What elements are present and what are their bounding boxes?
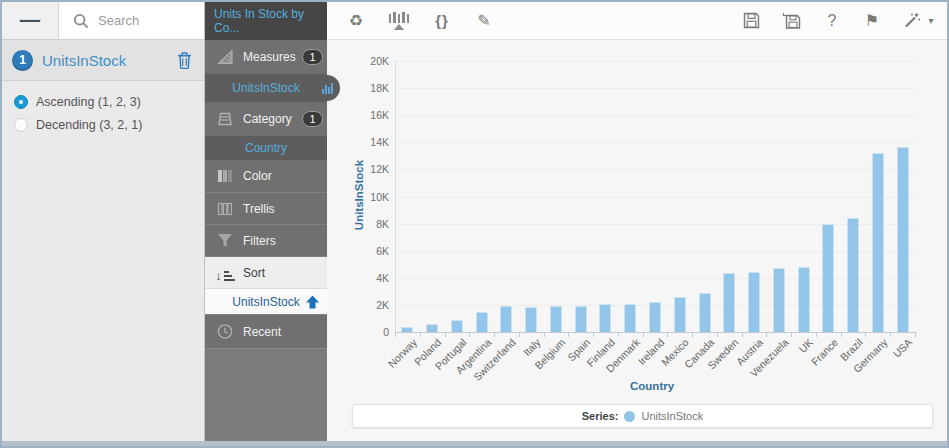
radio-ascending[interactable]: Ascending (1, 2, 3) [14,95,204,109]
bar-venezuela[interactable] [773,268,785,332]
x-tick-mark [643,332,644,337]
bar-usa[interactable] [897,147,909,332]
category-country[interactable]: Country [205,136,327,160]
bar-norway[interactable] [401,327,413,332]
save-as-icon[interactable] [782,12,801,29]
category-count-badge: 1 [302,111,323,127]
measures-section[interactable]: Measures 1 [205,40,327,74]
x-tick-mark [420,332,421,337]
category-stack-icon [217,111,233,127]
x-tick-mark [890,332,891,337]
recent-section[interactable]: Recent [205,314,327,348]
search-icon [73,13,89,29]
bar-france[interactable] [822,224,834,332]
chart-title-bar[interactable]: Units In Stock by Co... [205,2,327,40]
y-tick-label: 2K [327,299,389,311]
measures-label: Measures [243,50,296,64]
x-tick-mark [816,332,817,337]
search-box[interactable] [59,2,204,39]
formula-braces-icon[interactable]: {} [433,12,451,29]
bar-chart-type-icon[interactable] [314,75,340,101]
sort-direction-group: Ascending (1, 2, 3) Decending (3, 2, 1) [2,81,204,132]
bar-poland[interactable] [426,324,438,332]
search-input[interactable] [98,13,198,28]
hamburger-menu-button[interactable] [2,2,59,39]
color-section[interactable]: Color [205,160,327,192]
ranking-icon[interactable] [389,12,409,30]
bar-switzerland[interactable] [500,306,512,332]
x-tick-mark [915,332,916,337]
bar-argentina[interactable] [476,312,488,332]
bar-uk[interactable] [798,267,810,332]
bar-mexico[interactable] [674,297,686,332]
edit-pencil-icon[interactable]: ✎ [475,11,493,30]
x-tick-mark [766,332,767,337]
x-tick-mark [519,332,520,337]
sort-section[interactable]: ↓ Sort [205,256,327,288]
y-tick-label: 12K [327,163,389,175]
x-tick-mark [568,332,569,337]
sort-value-unitsinstock[interactable]: UnitsInStock [205,288,327,314]
bar-finland[interactable] [599,304,611,332]
bar-belgium[interactable] [550,306,562,332]
toolbar-left-group: ♻ {} ✎ [347,11,493,30]
bottom-scroll-strip[interactable] [2,441,947,446]
ascending-arrow-icon[interactable] [305,294,320,309]
sort-order-badge: 1 [12,50,33,71]
x-tick-mark [544,332,545,337]
bar-ireland[interactable] [649,302,661,332]
radio-unselected-icon [14,118,28,132]
save-icon[interactable] [742,12,760,29]
legend-series-name: UnitsInStock [641,410,703,422]
bar-sweden[interactable] [723,273,735,332]
ruler-icon [217,49,233,65]
main-area: ♻ {} ✎ [327,2,947,441]
x-tick-mark [865,332,866,337]
y-tick-label: 20K [327,55,389,67]
y-gridline [395,61,915,62]
chart-legend: Series: UnitsInStock [352,404,933,428]
x-tick-mark [717,332,718,337]
x-tick-mark [395,332,396,337]
trash-icon[interactable] [176,52,192,68]
magic-wand-icon[interactable] [903,12,921,29]
legend-series-dot-icon [624,411,635,422]
x-tick-mark [445,332,446,337]
bar-austria[interactable] [748,272,760,332]
bar-canada[interactable] [699,293,711,332]
y-tick-label: 8K [327,218,389,230]
builder-panel-filler [205,348,327,441]
sidebar-header [2,2,204,40]
bar-denmark[interactable] [624,304,636,332]
trellis-label: Trellis [243,202,275,216]
y-tick-label: 16K [327,109,389,121]
wand-dropdown-caret-icon[interactable]: ▾ [927,15,935,26]
refresh-icon[interactable]: ♻ [347,11,365,30]
clock-icon [217,324,233,340]
bar-brazil[interactable] [847,218,859,332]
y-gridline [395,115,915,116]
radio-descending[interactable]: Decending (3, 2, 1) [14,118,204,132]
chart-builder-panel: Units In Stock by Co... Measures 1 Units… [205,2,327,441]
x-tick-mark [692,332,693,337]
bar-italy[interactable] [525,307,537,332]
bar-germany[interactable] [872,153,884,332]
filters-section[interactable]: Filters [205,224,327,256]
x-tick-mark [593,332,594,337]
bar-portugal[interactable] [451,320,463,332]
color-bars-icon [217,168,233,184]
x-tick-mark [742,332,743,337]
x-tick-mark [494,332,495,337]
sort-field-row[interactable]: 1 UnitsInStock [2,40,204,81]
bar-spain[interactable] [575,306,587,332]
help-icon[interactable]: ? [823,12,841,30]
y-gridline [395,278,915,279]
category-section[interactable]: Category 1 [205,102,327,136]
flag-icon[interactable]: ⚑ [863,11,881,30]
y-tick-label: 0 [327,326,389,338]
x-axis-baseline [395,332,915,333]
measure-unitsinstock[interactable]: UnitsInStock [205,74,327,102]
trellis-section[interactable]: Trellis [205,192,327,224]
y-gridline [395,224,915,225]
bar-chart-canvas: UnitsInStock Country Series: UnitsInStoc… [327,40,947,441]
